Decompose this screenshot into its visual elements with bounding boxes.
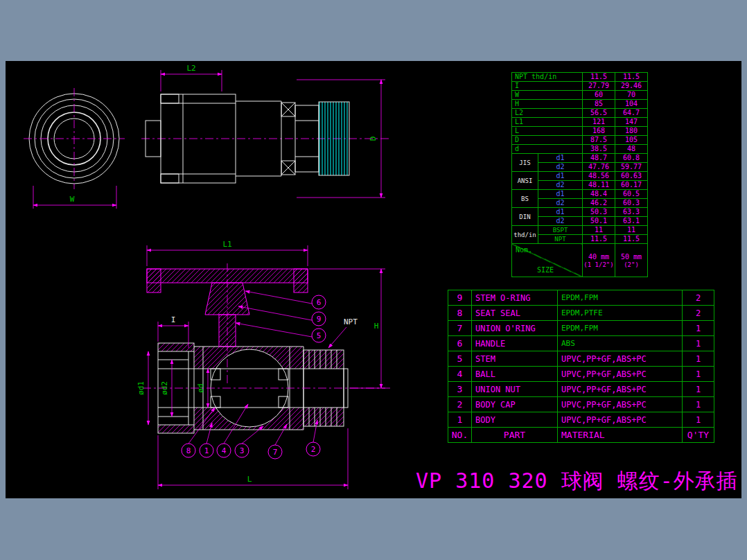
balloon-3: 3 bbox=[235, 444, 249, 457]
dim-value-cell: 60.63 bbox=[615, 172, 648, 181]
part-name: BALL bbox=[472, 367, 558, 382]
dim-value-cell: 11.5 bbox=[583, 235, 615, 244]
dim-value-cell: 60 bbox=[583, 91, 615, 100]
part-qty: 1 bbox=[683, 382, 714, 397]
dim-value-cell: 38.5 bbox=[583, 145, 615, 154]
part-no: 8 bbox=[448, 306, 472, 321]
dim-label-l2: L2 bbox=[186, 64, 195, 73]
part-material: EPDM,FPM bbox=[558, 290, 683, 306]
dim-value-cell: 48.7 bbox=[583, 154, 615, 163]
dim-label-cell: L bbox=[512, 127, 583, 136]
balloon-9: 9 bbox=[312, 312, 326, 326]
parts-row: 5STEMUPVC,PP+GF,ABS+PC1 bbox=[448, 351, 714, 367]
thd-sub-cell: BSPT bbox=[538, 226, 583, 235]
dim-row: L256.564.7 bbox=[512, 109, 648, 118]
nom-size-value: 40 mm(1 1/2") bbox=[583, 244, 615, 277]
part-name: BODY CAP bbox=[472, 397, 558, 412]
nom-size-row: Nom. SIZE 40 mm(1 1/2") 50 mm(2") bbox=[512, 244, 648, 277]
svg-text:8: 8 bbox=[186, 446, 191, 455]
dim-value-cell: 59.77 bbox=[615, 163, 648, 172]
parts-row: 6HANDLEABS1 bbox=[448, 336, 714, 351]
dim-value-cell: 180 bbox=[615, 127, 648, 136]
parts-row: 3UNION NUTUPVC,PP+GF,ABS+PC1 bbox=[448, 382, 714, 397]
parts-row: 8SEAT SEALEPDM,PTFE2 bbox=[448, 306, 714, 321]
dim-label-i: I bbox=[171, 315, 176, 324]
part-name: HANDLE bbox=[472, 336, 558, 351]
npt-leader bbox=[328, 327, 346, 348]
std-sub-cell: d2 bbox=[538, 163, 583, 172]
dim-value-cell: 48 bbox=[615, 145, 648, 154]
parts-row: 9STEM O-RINGEPDM,FPM2 bbox=[448, 290, 714, 306]
dim-value-cell: 48.11 bbox=[583, 181, 615, 190]
parts-header-row: NO.PARTMATERIALQ'TY bbox=[448, 428, 714, 443]
part-name: UNION NUT bbox=[472, 382, 558, 397]
svg-text:7: 7 bbox=[273, 448, 278, 457]
nom-size-cell: Nom. SIZE bbox=[512, 244, 583, 277]
thd-group-cell: thd/in bbox=[512, 226, 538, 244]
male-thread-cyan bbox=[319, 102, 349, 175]
header-qty: Q'TY bbox=[683, 428, 714, 443]
svg-text:2: 2 bbox=[311, 445, 316, 454]
dim-value-cell: 63.1 bbox=[615, 217, 648, 226]
part-qty: 1 bbox=[683, 397, 714, 412]
dim-value-cell: 11 bbox=[583, 226, 615, 235]
dim-label-od2: ød2 bbox=[160, 381, 169, 395]
parts-row: 4BALLUPVC,PP+GF,ABS+PC1 bbox=[448, 367, 714, 382]
part-qty: 1 bbox=[683, 321, 714, 336]
parts-row: 7UNION O'RINGEPDM,FPM1 bbox=[448, 321, 714, 336]
part-name: BODY bbox=[472, 412, 558, 428]
dim-row: D87.5105 bbox=[512, 136, 648, 145]
std-sub-cell: d2 bbox=[538, 199, 583, 208]
parts-row: 1BODYUPVC,PP+GF,ABS+PC1 bbox=[448, 412, 714, 428]
part-name: STEM O-RING bbox=[472, 290, 558, 306]
balloon-4: 4 bbox=[217, 444, 231, 457]
dim-value-cell: 29.46 bbox=[615, 82, 648, 91]
dim-value-cell: 56.5 bbox=[583, 109, 615, 118]
std-group-cell: BS bbox=[512, 190, 538, 208]
dim-row: I27.7929.46 bbox=[512, 82, 648, 91]
dim-value-cell: 121 bbox=[583, 118, 615, 127]
part-qty: 2 bbox=[683, 290, 714, 306]
dim-row: NPT thd/in11.511.5 bbox=[512, 73, 648, 82]
dim-value-cell: 27.79 bbox=[583, 82, 615, 91]
part-qty: 2 bbox=[683, 306, 714, 321]
part-no: 5 bbox=[448, 351, 472, 367]
dim-label-l: L bbox=[247, 475, 252, 484]
part-material: EPDM,PTFE bbox=[558, 306, 683, 321]
dim-value-cell: 50.3 bbox=[583, 208, 615, 217]
dim-label-h: H bbox=[374, 322, 379, 331]
dimension-table: NPT thd/in11.511.5 I27.7929.46 W6070 H85… bbox=[511, 72, 648, 277]
thd-sub-cell: NPT bbox=[538, 235, 583, 244]
nom-size-value: 50 mm(2") bbox=[615, 244, 648, 277]
dim-row: d38.548 bbox=[512, 145, 648, 154]
svg-text:4: 4 bbox=[222, 446, 227, 455]
std-sub-cell: d1 bbox=[538, 154, 583, 163]
cad-viewer-window: { "title": "VP 310 320 球阀 螺纹-外承插", "colo… bbox=[0, 0, 747, 560]
dim-value-cell: 11 bbox=[615, 226, 648, 235]
dim-label-cell: NPT thd/in bbox=[512, 73, 583, 82]
part-no: 4 bbox=[448, 367, 472, 382]
dim-value-cell: 104 bbox=[615, 100, 648, 109]
header-material: MATERIAL bbox=[558, 428, 683, 443]
balloon-2: 2 bbox=[306, 442, 320, 456]
dim-label-od1: ød1 bbox=[137, 381, 146, 395]
dim-value-cell: 11.5 bbox=[615, 73, 648, 82]
part-no: 9 bbox=[448, 290, 472, 306]
balloon-6: 6 bbox=[312, 295, 326, 309]
dim-label-cell: H bbox=[512, 100, 583, 109]
dim-row: H85104 bbox=[512, 100, 648, 109]
dim-value-cell: 87.5 bbox=[583, 136, 615, 145]
dim-value-cell: 48.4 bbox=[583, 190, 615, 199]
dim-row: L168180 bbox=[512, 127, 648, 136]
dim-value-cell: 60.17 bbox=[615, 181, 648, 190]
dim-label-od: ød bbox=[196, 383, 205, 392]
dim-label-cell: D bbox=[512, 136, 583, 145]
std-group-cell: DIN bbox=[512, 208, 538, 226]
std-group-cell: JIS bbox=[512, 154, 538, 172]
l-dimension bbox=[158, 428, 348, 489]
dim-value-cell: 11.5 bbox=[583, 73, 615, 82]
part-qty: 1 bbox=[683, 367, 714, 382]
dim-label-w: W bbox=[70, 195, 75, 204]
parts-table: 9STEM O-RINGEPDM,FPM2 8SEAT SEALEPDM,PTF… bbox=[448, 290, 714, 443]
std-sub-cell: d2 bbox=[538, 181, 583, 190]
